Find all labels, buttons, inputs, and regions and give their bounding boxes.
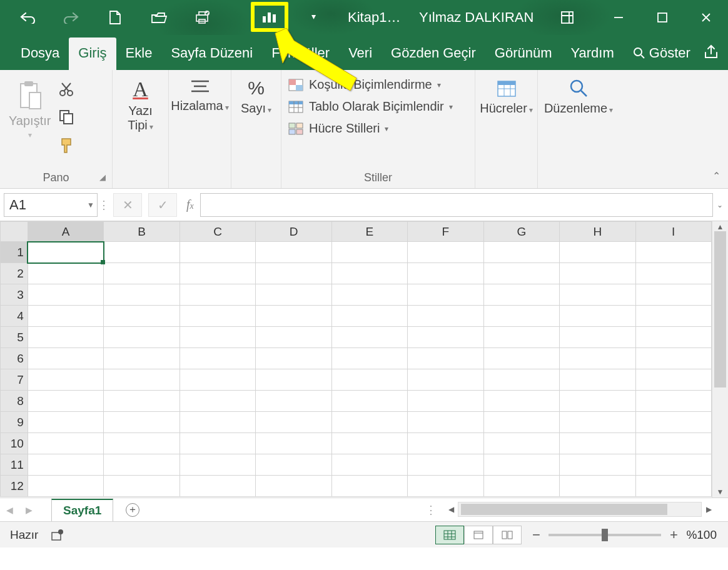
cell[interactable] [408, 306, 483, 327]
cell[interactable] [483, 327, 559, 348]
column-header[interactable]: E [331, 222, 407, 242]
next-sheet-icon[interactable]: ▶ [19, 505, 39, 515]
cell[interactable] [256, 476, 331, 497]
cell[interactable] [256, 284, 331, 306]
cell[interactable] [483, 412, 559, 433]
sheet-tab-active[interactable]: Sayfa1 [51, 499, 113, 521]
column-header[interactable]: I [635, 222, 711, 242]
cell[interactable] [331, 412, 407, 433]
cell[interactable] [104, 454, 179, 476]
cell[interactable] [635, 369, 711, 391]
cell[interactable] [408, 348, 483, 369]
prev-sheet-icon[interactable]: ◀ [0, 505, 19, 515]
cell[interactable] [331, 391, 407, 412]
cell[interactable] [560, 476, 635, 497]
cells-group-button[interactable]: Hücreler [480, 74, 532, 119]
hscroll-thumb[interactable] [461, 504, 667, 515]
display-options-icon[interactable] [560, 10, 575, 25]
cell[interactable] [408, 369, 483, 391]
scroll-left-icon[interactable]: ◀ [444, 505, 458, 514]
horizontal-scrollbar[interactable] [458, 502, 702, 517]
row-header[interactable]: 12 [1, 476, 28, 497]
cell[interactable] [28, 391, 103, 412]
format-painter-icon[interactable] [58, 136, 74, 155]
cell[interactable] [408, 476, 483, 497]
tab-review[interactable]: Gözden Geçir [382, 38, 485, 70]
vertical-scrollbar[interactable]: ▲ ▼ [712, 221, 728, 498]
cell[interactable] [635, 412, 711, 433]
editing-group-button[interactable]: Düzenleme [543, 74, 614, 119]
cell[interactable] [28, 263, 103, 284]
tab-tellme[interactable]: Göster [624, 38, 700, 70]
tab-formulas[interactable]: Formüller [262, 38, 339, 70]
cell[interactable] [483, 306, 559, 327]
cell[interactable] [635, 476, 711, 497]
conditional-formatting-button[interactable]: Koşullu Biçimlendirme▾ [286, 74, 470, 96]
namebox-dropdown-icon[interactable]: ▼ [87, 201, 94, 209]
formula-input[interactable] [200, 193, 713, 217]
cell[interactable] [635, 454, 711, 476]
cell[interactable] [560, 284, 635, 306]
row-header[interactable]: 4 [1, 306, 28, 327]
cell[interactable] [483, 263, 559, 284]
cell[interactable] [331, 306, 407, 327]
row-header[interactable]: 11 [1, 454, 28, 476]
cell[interactable] [28, 412, 103, 433]
cell[interactable] [483, 284, 559, 306]
cell[interactable] [179, 284, 255, 306]
tab-help[interactable]: Yardım [562, 38, 624, 70]
cell[interactable] [408, 242, 483, 263]
cell[interactable] [635, 242, 711, 263]
cell[interactable] [104, 284, 179, 306]
cell[interactable] [179, 476, 255, 497]
view-normal-button[interactable] [435, 526, 464, 544]
scroll-up-icon[interactable]: ▲ [712, 222, 728, 231]
cell[interactable] [483, 476, 559, 497]
new-sheet-button[interactable]: ＋ [126, 503, 139, 517]
tab-view[interactable]: Görünüm [485, 38, 562, 70]
cell[interactable] [28, 476, 103, 497]
zoom-slider[interactable] [549, 534, 661, 536]
cell[interactable] [560, 454, 635, 476]
cell[interactable] [483, 369, 559, 391]
fx-icon[interactable]: fx [180, 198, 200, 212]
cell[interactable] [331, 242, 407, 263]
zoom-level[interactable]: %100 [686, 528, 717, 542]
zoom-out-button[interactable]: − [530, 527, 542, 543]
cell[interactable] [28, 433, 103, 454]
row-header[interactable]: 8 [1, 391, 28, 412]
cell[interactable] [560, 263, 635, 284]
paste-button[interactable]: Yapıştır ▾ [5, 76, 54, 143]
cell[interactable] [179, 242, 255, 263]
collapse-ribbon-icon[interactable]: ⌃ [712, 170, 720, 182]
cell[interactable] [408, 327, 483, 348]
row-header[interactable]: 2 [1, 263, 28, 284]
undo-icon[interactable] [19, 9, 36, 26]
cell[interactable] [560, 391, 635, 412]
cell[interactable] [483, 433, 559, 454]
quickprint-icon[interactable] [194, 9, 211, 26]
cell[interactable] [179, 391, 255, 412]
cell[interactable] [28, 348, 103, 369]
cell[interactable] [408, 433, 483, 454]
new-icon[interactable] [106, 9, 124, 26]
row-header[interactable]: 6 [1, 348, 28, 369]
cell[interactable] [179, 369, 255, 391]
cell[interactable] [331, 327, 407, 348]
cell[interactable] [256, 263, 331, 284]
cell[interactable] [560, 327, 635, 348]
select-all-corner[interactable] [1, 222, 28, 242]
cell[interactable] [408, 454, 483, 476]
cancel-formula-button[interactable]: ✕ [113, 193, 142, 217]
clipboard-launcher-icon[interactable]: ◢ [99, 172, 106, 182]
cell[interactable] [179, 327, 255, 348]
cell[interactable] [179, 263, 255, 284]
enter-formula-button[interactable]: ✓ [148, 193, 177, 217]
column-header[interactable]: A [28, 222, 103, 242]
cell-styles-button[interactable]: Hücre Stilleri▾ [286, 118, 470, 139]
cell[interactable] [104, 369, 179, 391]
cell[interactable] [483, 348, 559, 369]
cell[interactable] [560, 242, 635, 263]
cell[interactable] [483, 242, 559, 263]
cell[interactable] [331, 263, 407, 284]
